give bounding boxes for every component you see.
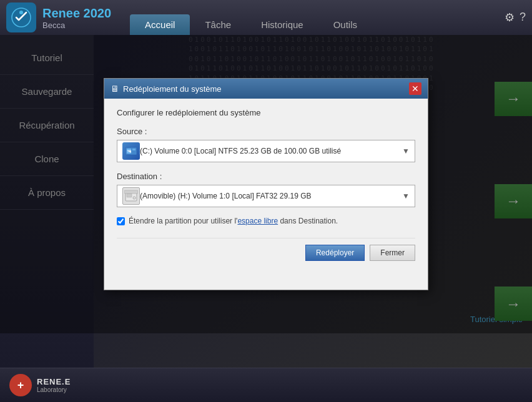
source-dropdown[interactable]: (C:) Volume 0:0 [Local] NTFS 25.23 GB de…: [117, 140, 415, 162]
bottom-logo-text: RENE.E Laboratory: [37, 377, 71, 393]
svg-rect-6: [127, 194, 132, 197]
app-window: Renee 2020 Becca Accueil Tâche Historiqu…: [0, 0, 532, 402]
extend-partition-checkbox[interactable]: [117, 217, 125, 225]
modal-overlay: 🖥 Redéploiement du système ✕ Configurer …: [0, 35, 532, 333]
destination-field-group: Destination : (Amovible) (H:) Vol: [117, 172, 415, 207]
app-title: Renee 2020: [42, 6, 111, 21]
title-bar: Renee 2020 Becca Accueil Tâche Historiqu…: [0, 0, 532, 35]
tab-tache[interactable]: Tâche: [190, 14, 246, 36]
svg-point-1: [19, 11, 23, 14]
app-logo: [6, 2, 36, 32]
settings-icon[interactable]: ⚙: [505, 11, 515, 24]
source-label: Source :: [117, 127, 415, 136]
dialog-close-button[interactable]: ✕: [409, 82, 421, 95]
fermer-button[interactable]: Fermer: [370, 245, 415, 261]
main-content: 0100101101001011010010110100101101001011…: [0, 35, 532, 368]
dialog-title-bar: 🖥 Redéploiement du système ✕: [104, 79, 428, 99]
source-value: (C:) Volume 0:0 [Local] NTFS 25.23 GB de…: [140, 147, 402, 155]
rene-logo-icon: +: [9, 374, 32, 396]
dialog-title-left: 🖥 Redéploiement du système: [111, 84, 222, 94]
destination-dropdown[interactable]: (Amovible) (H:) Volume 1:0 [Local] FAT32…: [117, 185, 415, 207]
dialog-title-text: Redéploiement du système: [123, 84, 222, 94]
tab-historique[interactable]: Historique: [246, 14, 318, 36]
dialog-buttons: Redéployer Fermer: [117, 238, 415, 261]
svg-rect-8: [124, 190, 138, 194]
dialog-title-icon: 🖥: [111, 84, 119, 94]
checkbox-label: Étendre la partition pour utiliser l'esp…: [129, 217, 338, 225]
dialog-body: Configurer le redéploiement du système S…: [104, 99, 428, 273]
bottom-logo: + RENE.E Laboratory: [9, 374, 71, 396]
dialog-redeploiement: 🖥 Redéploiement du système ✕ Configurer …: [104, 78, 428, 290]
destination-value: (Amovible) (H:) Volume 1:0 [Local] FAT32…: [140, 192, 402, 200]
dialog-subtitle: Configurer le redéploiement du système: [117, 108, 415, 117]
redeployer-button[interactable]: Redéployer: [305, 245, 365, 261]
window-controls: ⚙ ?: [505, 11, 526, 24]
app-subtitle: Becca: [42, 21, 111, 30]
source-dropdown-arrow: ▼: [402, 147, 410, 155]
checkbox-row: Étendre la partition pour utiliser l'esp…: [117, 217, 415, 225]
destination-label: Destination :: [117, 172, 415, 181]
destination-dropdown-arrow: ▼: [402, 192, 410, 200]
logo-name: RENE.E: [37, 377, 71, 386]
tab-accueil[interactable]: Accueil: [130, 14, 190, 36]
svg-rect-4: [132, 149, 135, 150]
logo-sub: Laboratory: [37, 386, 71, 393]
tab-outils[interactable]: Outils: [318, 14, 372, 36]
help-icon[interactable]: ?: [520, 11, 526, 24]
destination-drive-icon: [122, 187, 140, 205]
source-field-group: Source : (C:) Volume 0:0 [Local]: [117, 127, 415, 162]
bottom-bar: + RENE.E Laboratory: [0, 368, 532, 402]
source-drive-icon: [122, 142, 140, 160]
